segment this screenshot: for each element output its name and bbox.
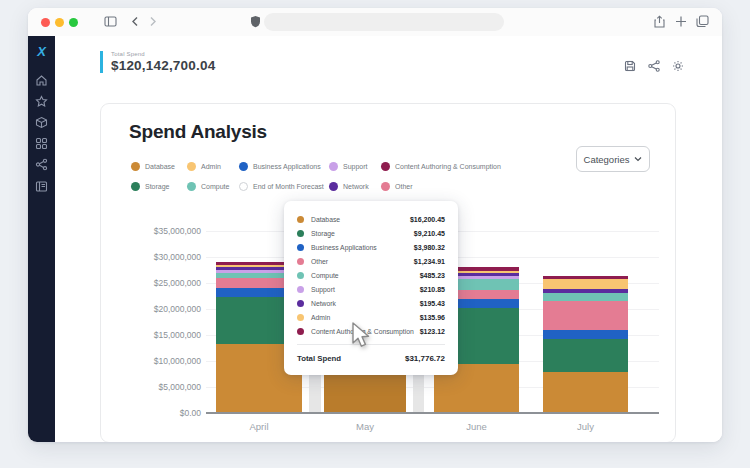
tooltip-dot-icon (297, 314, 304, 321)
bar-segment-storage[interactable] (543, 339, 628, 371)
tooltip-value: $123.12 (420, 328, 445, 335)
tooltip-value: $3,980.32 (414, 244, 445, 251)
tooltip-value: $16,200.45 (410, 216, 445, 223)
x-axis-tick-label: June (466, 421, 487, 432)
new-tab-icon[interactable] (675, 15, 687, 28)
save-icon[interactable] (624, 60, 636, 72)
y-axis-tick-label: $30,000,000 (154, 252, 201, 262)
y-axis-tick-label: $25,000,000 (154, 278, 201, 288)
y-axis-tick-label: $20,000,000 (154, 304, 201, 314)
package-icon[interactable] (35, 116, 48, 129)
tab-overview-icon[interactable] (696, 15, 709, 28)
legend-label: End of Month Forecast (253, 183, 324, 190)
address-bar[interactable] (264, 13, 504, 31)
chart-tooltip: Database$16,200.45Storage$9,210.45Busine… (284, 201, 458, 375)
tooltip-label: Storage (311, 230, 335, 237)
tooltip-label: Database (311, 216, 340, 223)
legend-item[interactable]: Database (131, 162, 187, 171)
sidebar-toggle-icon[interactable] (104, 15, 117, 28)
legend-label: Business Applications (253, 163, 321, 170)
legend-item[interactable]: Storage (131, 182, 187, 191)
legend-label: Storage (145, 183, 170, 190)
settings-gear-icon[interactable] (672, 60, 684, 72)
app-sidebar: X (28, 36, 55, 442)
y-axis-tick-label: $5,000,000 (158, 382, 201, 392)
share-nodes-icon[interactable] (648, 60, 660, 72)
chart-legend: DatabaseAdminBusiness ApplicationsSuppor… (131, 156, 551, 196)
hierarchy-icon[interactable] (35, 158, 48, 171)
legend-item[interactable]: Support (329, 162, 381, 171)
bar-segment-compute[interactable] (543, 293, 628, 301)
browser-toolbar (28, 8, 722, 36)
bar-segment-content-authoring-consumption[interactable] (543, 276, 628, 279)
tooltip-dot-icon (297, 216, 304, 223)
legend-dot-icon (329, 162, 338, 171)
y-axis-labels: $0.00$5,000,000$10,000,000$15,000,000$20… (101, 231, 201, 414)
x-axis-tick-label: July (577, 421, 594, 432)
spend-analysis-card: Spend Analysis DatabaseAdminBusiness App… (100, 103, 676, 442)
tooltip-label: Admin (311, 314, 330, 321)
tooltip-total-value: $31,776.72 (405, 354, 445, 363)
tooltip-dot-icon (297, 258, 304, 265)
traffic-light-zoom-button[interactable] (69, 18, 78, 27)
legend-label: Other (395, 183, 413, 190)
main-content: Total Spend $120,142,700.04 Spend Analys… (55, 36, 722, 442)
home-icon[interactable] (35, 74, 48, 87)
legend-label: Admin (201, 163, 221, 170)
tooltip-label: Network (311, 300, 336, 307)
legend-dot-icon (187, 182, 196, 191)
tooltip-value: $135.96 (420, 314, 445, 321)
categories-dropdown-button[interactable]: Categories (576, 146, 650, 172)
legend-label: Compute (201, 183, 229, 190)
stacked-bar-july[interactable] (543, 276, 628, 412)
traffic-light-close-button[interactable] (41, 18, 50, 27)
legend-label: Content Authoring & Consumption (395, 163, 501, 170)
y-axis-tick-label: $0.00 (180, 408, 201, 418)
legend-label: Network (343, 183, 369, 190)
tooltip-label: Business Applications (311, 244, 377, 251)
bar-segment-other[interactable] (543, 301, 628, 330)
legend-item[interactable]: Business Applications (239, 162, 329, 171)
tooltip-label: Other (311, 258, 328, 265)
panel-icon[interactable] (35, 180, 48, 193)
traffic-light-minimize-button[interactable] (55, 18, 64, 27)
app-logo[interactable]: X (28, 44, 55, 59)
tooltip-value: $9,210.45 (414, 230, 445, 237)
privacy-shield-icon[interactable] (250, 15, 261, 28)
tooltip-dot-icon (297, 244, 304, 251)
tooltip-row: Other$1,234.91 (297, 254, 445, 268)
bar-segment-business-applications[interactable] (543, 330, 628, 339)
back-icon[interactable] (129, 15, 141, 28)
tooltip-row: Admin$135.96 (297, 310, 445, 324)
legend-label: Database (145, 163, 175, 170)
total-spend-label: Total Spend (111, 51, 215, 57)
x-axis-tick-label: April (249, 421, 268, 432)
tooltip-row: Network$195.43 (297, 296, 445, 310)
bar-segment-admin[interactable] (543, 279, 628, 289)
tooltip-value: $1,234.91 (414, 258, 445, 265)
x-axis-line (206, 412, 659, 414)
bar-segment-network[interactable] (543, 289, 628, 293)
legend-item[interactable]: Other (381, 182, 551, 191)
forward-icon[interactable] (147, 15, 159, 28)
tooltip-row: Storage$9,210.45 (297, 226, 445, 240)
legend-item[interactable]: End of Month Forecast (239, 182, 329, 191)
share-icon[interactable] (653, 15, 666, 29)
grid-icon[interactable] (35, 137, 48, 150)
legend-label: Support (343, 163, 368, 170)
y-axis-tick-label: $35,000,000 (154, 226, 201, 236)
legend-item[interactable]: Admin (187, 162, 239, 171)
tooltip-row: Database$16,200.45 (297, 212, 445, 226)
tooltip-value: $195.43 (420, 300, 445, 307)
star-icon[interactable] (35, 95, 48, 108)
bar-segment-database[interactable] (543, 372, 628, 412)
legend-dot-icon (381, 162, 390, 171)
categories-dropdown-label: Categories (584, 154, 630, 165)
legend-dot-icon (239, 162, 248, 171)
legend-item[interactable]: Compute (187, 182, 239, 191)
legend-item[interactable]: Network (329, 182, 381, 191)
tooltip-dot-icon (297, 286, 304, 293)
chevron-down-icon (634, 156, 642, 162)
tooltip-divider (297, 344, 445, 345)
legend-item[interactable]: Content Authoring & Consumption (381, 162, 551, 171)
